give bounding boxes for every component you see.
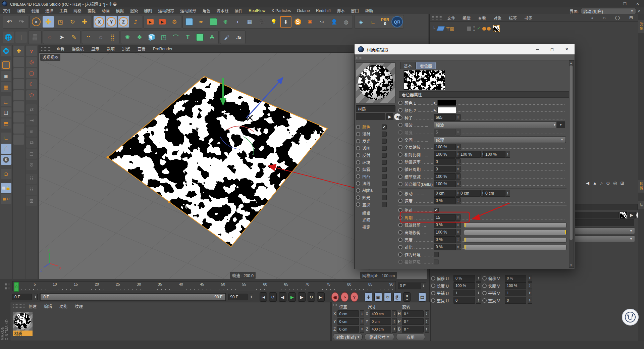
radio-icon[interactable] — [431, 276, 435, 281]
menu-help[interactable]: 帮助 — [362, 8, 376, 13]
menu-script[interactable]: 脚本 — [334, 8, 348, 13]
vp-menu-prorender[interactable]: ProRender — [150, 47, 176, 51]
spinner[interactable]: ▲▼ — [392, 318, 396, 325]
radio-icon[interactable] — [398, 182, 402, 186]
spinner[interactable]: ▲▼ — [505, 190, 510, 197]
radio-icon[interactable] — [431, 291, 435, 295]
key-rotation-button[interactable]: ↻ — [384, 292, 392, 302]
material-editor-dialog[interactable]: 材质编辑器 ─ □ ✕ 材质 ▶ ➤ 颜色✔ 漫射 发光 透明 反射 环境 烟雾… — [354, 44, 575, 269]
spinner[interactable]: ▲▼ — [456, 244, 461, 250]
preview-size-dropdown[interactable] — [356, 113, 385, 120]
spinner[interactable]: ▲▼ — [456, 158, 461, 165]
radio-icon[interactable] — [398, 238, 402, 242]
size-z-field[interactable]: 400 cm — [370, 326, 391, 333]
spinner[interactable]: ▲▼ — [456, 114, 461, 121]
attribute-empty-field[interactable] — [574, 219, 634, 226]
add-primitive-cube-button[interactable] — [183, 16, 195, 28]
menu-tools[interactable]: 工具 — [56, 8, 70, 13]
hierarchy-icon[interactable]: ⎿ — [15, 32, 27, 43]
om-menu-tags[interactable]: 标签 — [505, 15, 520, 21]
om-menu-view[interactable]: 查看 — [475, 15, 489, 21]
contrast-slider[interactable] — [464, 245, 567, 250]
om-search-icon[interactable]: ⌕ — [588, 15, 597, 20]
repeat-u-field[interactable]: 0 — [453, 297, 475, 304]
om-film-icon[interactable]: ◯ — [612, 15, 624, 20]
channel-diffusion[interactable]: 漫射 — [356, 131, 387, 137]
attr-add-icon[interactable]: ⊞ — [620, 181, 624, 186]
coord-mode-dropdown[interactable]: 对象 (相对) ▼ — [333, 334, 363, 340]
enabled-check-icon[interactable]: ✓ — [477, 26, 480, 31]
rel-scale-y-field[interactable]: 100 % — [459, 151, 481, 158]
current-frame-field[interactable]: 0 F — [398, 283, 421, 289]
checkbox[interactable] — [382, 167, 387, 172]
size-x-field[interactable]: 400 cm — [370, 310, 391, 317]
high-clip-field[interactable]: 100 % — [434, 229, 456, 236]
material-name-label[interactable]: 材质 — [13, 331, 33, 336]
low-clip-slider[interactable] — [464, 222, 567, 228]
spinner[interactable]: ▲▼ — [456, 144, 461, 150]
pos-x-field[interactable]: 0 cm — [337, 310, 359, 317]
menu-plugins[interactable]: 插件 — [231, 8, 246, 13]
tab-layers[interactable]: 层 — [638, 201, 644, 209]
mograph-grid-icon[interactable]: ◳ — [158, 32, 169, 43]
channel-displacement[interactable]: 置换 — [356, 201, 387, 208]
channel-environment[interactable]: 环境 — [356, 159, 387, 165]
volume-sphere-button[interactable]: ◍ — [340, 16, 352, 28]
dot-grid-icon[interactable]: ⣿ — [107, 32, 118, 43]
key-parameter-button[interactable]: Ⓟ — [393, 292, 401, 302]
mograph-cloner-icon[interactable]: ✺ — [122, 32, 133, 43]
spinner[interactable]: ▲▼ — [528, 282, 532, 289]
autokey-button[interactable]: ◑ — [341, 292, 348, 302]
mograph-matrix-icon[interactable]: 🧊 — [146, 32, 157, 43]
dots-panel-icon[interactable]: ⠿ — [26, 174, 37, 184]
loop-period-field[interactable]: 0 — [434, 166, 456, 172]
drag-grip[interactable] — [333, 304, 337, 307]
channel-editor[interactable]: 编辑 — [356, 209, 380, 216]
matrix-extrude-icon[interactable]: ⧉ — [26, 138, 37, 148]
xpresso-fx-icon[interactable]: .fx — [233, 32, 245, 43]
uv-faded-icon[interactable]: ▒ — [29, 32, 41, 43]
model-mode-button[interactable] — [1, 60, 11, 70]
object-name[interactable]: 平面 — [446, 26, 454, 32]
cycle-field[interactable]: 15 — [434, 214, 456, 221]
dialog-close-button[interactable]: ✕ — [559, 45, 574, 54]
checkbox[interactable] — [382, 146, 387, 151]
channel-assign[interactable]: 指定 — [356, 223, 380, 230]
object-row-plane[interactable]: └ 平面 ●● ✓ — [432, 25, 500, 32]
material-preview[interactable] — [356, 62, 395, 103]
play-button[interactable]: ▶ — [288, 292, 296, 302]
noise-type-dropdown[interactable]: 噪波▼ — [434, 121, 558, 128]
tab-attributes[interactable]: 属性 — [638, 180, 644, 193]
scroll-down-icon[interactable]: ▼ — [569, 264, 573, 267]
menu-realflow[interactable]: RealFlow — [246, 8, 268, 13]
menu-snap[interactable]: 捕捉 — [85, 8, 99, 13]
radio-icon[interactable] — [398, 145, 402, 149]
texture-thumb[interactable] — [620, 211, 627, 219]
menu-window[interactable]: 窗口 — [348, 8, 362, 13]
as-env-checkbox[interactable] — [434, 252, 439, 257]
offset-u-field[interactable]: 0 % — [453, 275, 475, 282]
light-object-button[interactable]: 💡 — [268, 16, 279, 28]
menu-xparticles[interactable]: X-Particles — [268, 8, 294, 13]
spinner[interactable]: ▲▼ — [425, 318, 429, 325]
pos-y-field[interactable]: 0 cm — [337, 318, 359, 325]
spinner[interactable]: ▲▼ — [456, 229, 461, 236]
mograph-fracture-icon[interactable]: ❖ — [134, 32, 145, 43]
mospline-icon[interactable]: ☘ — [206, 32, 218, 43]
spinner[interactable]: ▲▼ — [528, 297, 532, 304]
vp-menu-view[interactable]: 查看 — [53, 46, 68, 52]
radio-icon[interactable] — [431, 298, 435, 303]
apply-button[interactable]: 应用 — [396, 334, 425, 340]
low-clip-field[interactable]: 0 % — [434, 221, 456, 228]
channel-fog[interactable]: 烟雾 — [356, 166, 387, 172]
channel-glow[interactable]: 辉光 — [356, 194, 387, 201]
om-add-icon[interactable]: ⊞ — [626, 15, 636, 20]
length-v-field[interactable]: 100 % — [505, 282, 526, 289]
om-menu-bookmarks[interactable]: 书签 — [521, 15, 536, 21]
motion-clip-button[interactable]: ↪ — [316, 16, 328, 28]
spinner[interactable]: ▲▼ — [476, 297, 481, 304]
bridge-tool-icon[interactable]: ⇄ — [26, 104, 37, 114]
speed-field[interactable]: 0 % — [434, 197, 456, 204]
delta-field[interactable]: 100 % — [434, 181, 456, 187]
spinner[interactable]: ▲▼ — [528, 290, 532, 296]
